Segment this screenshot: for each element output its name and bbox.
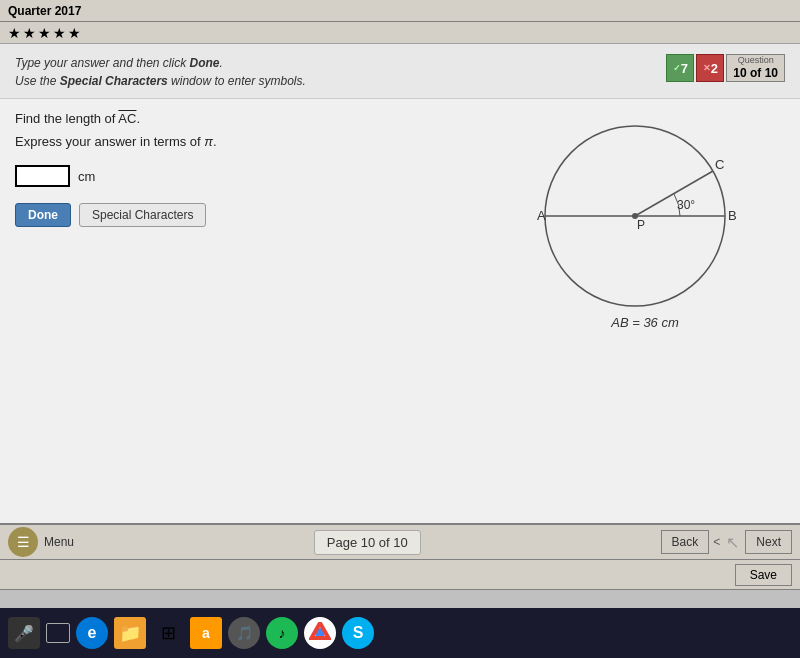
title-bar: Quarter 2017 (0, 0, 800, 22)
label-p: P (637, 218, 645, 232)
svg-line-2 (635, 171, 713, 216)
star-1: ★ (8, 25, 21, 41)
question-label: Question (738, 55, 774, 66)
star-3: ★ (38, 25, 51, 41)
answer-row: cm (15, 165, 485, 187)
spotify-icon[interactable]: ♪ (266, 617, 298, 649)
wrong-count: 2 (711, 62, 718, 75)
page-indicator: Page 10 of 10 (314, 530, 421, 555)
star-4: ★ (53, 25, 66, 41)
menu-icon[interactable]: ☰ (8, 527, 38, 557)
chrome-icon[interactable] (304, 617, 336, 649)
special-characters-button[interactable]: Special Characters (79, 203, 206, 227)
question-value: 10 of 10 (733, 66, 778, 80)
pi-symbol: π (204, 134, 213, 149)
instruction-line2: Use the Special Characters window to ent… (15, 72, 306, 90)
back-chevron: < (713, 535, 720, 549)
amazon-icon[interactable]: a (190, 617, 222, 649)
star-5: ★ (68, 25, 81, 41)
save-bar: Save (0, 560, 800, 590)
nav-left: ☰ Menu (8, 527, 74, 557)
arc-notation: AC (118, 111, 136, 126)
circle-diagram: A B C P 30° (515, 101, 775, 351)
star-2: ★ (23, 25, 36, 41)
app-icon[interactable]: 🎵 (228, 617, 260, 649)
cursor-icon: ↖ (726, 533, 739, 552)
express-line: Express your answer in terms of π. (15, 134, 485, 149)
instruction-text: Type your answer and then click Done. Us… (15, 54, 306, 90)
instruction-bar: Type your answer and then click Done. Us… (0, 44, 800, 99)
stars-row: ★ ★ ★ ★ ★ (0, 22, 800, 44)
buttons-row: Done Special Characters (15, 203, 485, 227)
find-length-text: Find the length of AC. (15, 111, 485, 126)
done-button[interactable]: Done (15, 203, 71, 227)
menu-label[interactable]: Menu (44, 535, 74, 549)
wrong-count-box: ✕ 2 (696, 54, 724, 82)
save-button[interactable]: Save (735, 564, 792, 586)
question-body: Find the length of AC. Express your answ… (0, 99, 800, 523)
skype-icon[interactable]: S (342, 617, 374, 649)
main-content: Type your answer and then click Done. Us… (0, 44, 800, 524)
label-a: A (537, 208, 546, 223)
label-c: C (715, 157, 724, 172)
angle-label: 30° (677, 198, 695, 212)
correct-count-box: ✓ 7 (666, 54, 694, 82)
answer-input[interactable] (15, 165, 70, 187)
file-explorer-icon[interactable]: 📁 (114, 617, 146, 649)
nav-bar: ☰ Menu Page 10 of 10 Back < ↖ Next (0, 524, 800, 560)
back-button[interactable]: Back (661, 530, 710, 554)
svg-point-3 (632, 213, 638, 219)
next-button[interactable]: Next (745, 530, 792, 554)
answer-unit: cm (78, 169, 95, 184)
nav-buttons: Back < ↖ Next (661, 530, 792, 554)
question-left: Find the length of AC. Express your answ… (15, 111, 485, 511)
taskbar: 🎤 e 📁 ⊞ a 🎵 ♪ S (0, 608, 800, 658)
title-text: Quarter 2017 (8, 4, 81, 18)
question-counter: ✓ 7 ✕ 2 Question 10 of 10 (666, 54, 785, 82)
instruction-line1: Type your answer and then click Done. (15, 54, 306, 72)
label-b: B (728, 208, 737, 223)
question-number-box: Question 10 of 10 (726, 54, 785, 82)
edge-icon[interactable]: e (76, 617, 108, 649)
circle-svg: A B C P 30° (515, 101, 775, 321)
task-view-icon[interactable] (46, 623, 70, 643)
windows-icon[interactable]: ⊞ (152, 617, 184, 649)
cortana-icon[interactable]: 🎤 (8, 617, 40, 649)
diagram-area: A B C P 30° (505, 111, 785, 511)
correct-count: 7 (681, 62, 688, 75)
